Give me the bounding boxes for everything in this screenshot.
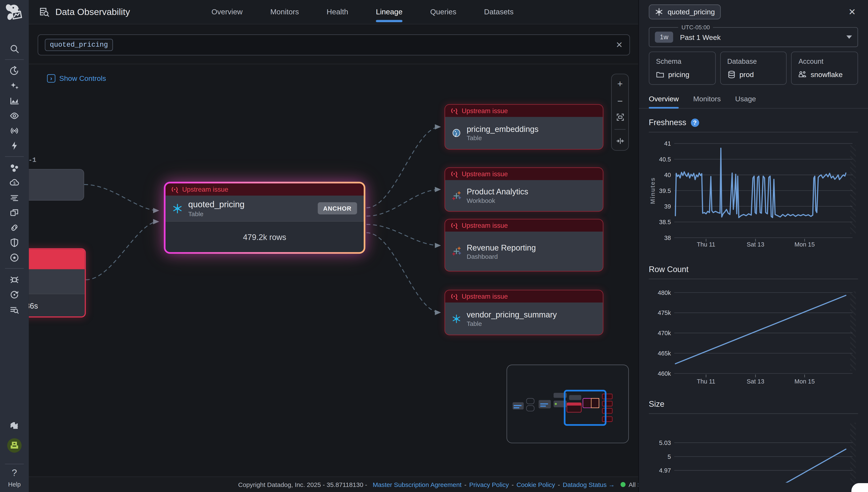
- upstream-issue-icon: [171, 186, 178, 193]
- metrics-icon[interactable]: [4, 93, 24, 108]
- fit-to-screen-button[interactable]: [612, 113, 628, 121]
- cloud-cost-icon[interactable]: $: [4, 175, 24, 190]
- anchor-node-quoted-pricing[interactable]: Upstream issue quoted_pricing Table ANCH…: [164, 182, 365, 254]
- issue-label: Upstream issue: [462, 107, 508, 115]
- tab-lineage[interactable]: Lineage: [376, 0, 402, 24]
- tab-monitors[interactable]: Monitors: [270, 0, 299, 24]
- svg-text:$: $: [13, 180, 16, 185]
- upstream-node-partial[interactable]: [29, 169, 84, 201]
- dashboards-glyph: [9, 207, 19, 217]
- node-issue-header: [29, 249, 85, 269]
- cloud-cost-glyph: $: [9, 177, 19, 188]
- panel-tab-monitors[interactable]: Monitors: [693, 95, 721, 108]
- minimap[interactable]: [506, 365, 629, 443]
- link-master-subscription[interactable]: Master Subscription Agreement: [373, 481, 462, 488]
- watchdog-icon[interactable]: [4, 108, 24, 123]
- zoom-in-button[interactable]: +: [612, 79, 628, 89]
- security-icon[interactable]: [4, 235, 24, 250]
- chart-edge-hatch: [850, 291, 856, 371]
- clear-search-icon[interactable]: ✕: [616, 40, 623, 50]
- dataset-chip[interactable]: quoted_pricing: [649, 4, 721, 19]
- software-delivery-icon[interactable]: [4, 287, 24, 302]
- anchor-body: quoted_pricing Table ANCHOR: [165, 196, 364, 221]
- svg-text:Thu 11: Thu 11: [697, 241, 715, 248]
- link-privacy-policy[interactable]: Privacy Policy: [469, 481, 509, 488]
- svg-text:Sat 13: Sat 13: [747, 378, 764, 385]
- panel-tabs: Overview Monitors Usage: [639, 95, 868, 109]
- node-issue-header: Upstream issue: [445, 168, 603, 180]
- tab-datasets[interactable]: Datasets: [484, 0, 514, 24]
- schema-card[interactable]: Schema pricing: [649, 51, 716, 85]
- datadog-app: $: [0, 0, 868, 492]
- infrastructure-icon[interactable]: [4, 160, 24, 175]
- upstream-issue-icon: [451, 107, 458, 115]
- anchor-title: quoted_pricing: [188, 199, 245, 210]
- size-chart-svg: 4.9755.03: [649, 417, 857, 483]
- history-icon[interactable]: [4, 63, 24, 78]
- events-icon[interactable]: [4, 138, 24, 153]
- lineage-search-input[interactable]: quoted_pricing ✕: [38, 34, 630, 55]
- svg-text:41: 41: [664, 140, 671, 147]
- svg-text:40: 40: [664, 172, 671, 178]
- node-vendor-pricing-summary[interactable]: Upstream issue vendor_pricing_summary Ta…: [445, 290, 603, 335]
- tableau-icon: [452, 191, 461, 200]
- history-glyph: [9, 66, 19, 76]
- svg-text:5: 5: [667, 453, 671, 460]
- time-range-selector[interactable]: UTC-05:00 1w Past 1 Week: [649, 27, 858, 47]
- log-search-icon[interactable]: [4, 302, 24, 317]
- upstream-issue-node-partial[interactable]: vg: 50.36s: [29, 248, 86, 317]
- service-management-icon[interactable]: [4, 250, 24, 265]
- integrations-icon[interactable]: [4, 418, 24, 433]
- tableau-icon: [452, 247, 461, 256]
- link-datadog-status[interactable]: Datadog Status →: [563, 481, 615, 488]
- node-pricing-embeddings[interactable]: Upstream issue pricing_embeddings Table: [445, 104, 603, 150]
- svg-text:475k: 475k: [658, 310, 671, 316]
- range-label: Past 1 Week: [680, 33, 720, 41]
- tab-overview[interactable]: Overview: [212, 0, 243, 24]
- account-card[interactable]: Account snowflake: [791, 51, 858, 85]
- node-revenue-reporting[interactable]: Upstream issue Revenue Reporting Dashboa…: [445, 219, 603, 271]
- collapse-button[interactable]: [612, 137, 628, 145]
- database-icon: [727, 70, 735, 78]
- copyright-text: Copyright Datadog, Inc. 2025 - 35.871181…: [238, 481, 367, 488]
- schema-value: pricing: [668, 70, 689, 78]
- data-observability-icon: [39, 6, 50, 18]
- zoom-out-button[interactable]: −: [612, 96, 628, 105]
- dashboards-icon[interactable]: [4, 205, 24, 220]
- apm-icon[interactable]: [4, 220, 24, 235]
- link-cookie-policy[interactable]: Cookie Policy: [517, 481, 555, 488]
- user-avatar-glyph: [9, 441, 19, 450]
- upstream-issue-icon: [451, 293, 458, 300]
- ai-sparkles-icon[interactable]: [4, 78, 24, 93]
- tab-health[interactable]: Health: [327, 0, 348, 24]
- section-divider: [649, 132, 858, 132]
- chevron-down-icon: [846, 35, 852, 39]
- node-product-analytics[interactable]: Upstream issue Product Analytics Workboo…: [445, 167, 603, 212]
- issue-label: Upstream issue: [462, 293, 508, 300]
- search-icon[interactable]: [4, 41, 24, 56]
- svg-text:Mon 15: Mon 15: [794, 241, 815, 248]
- freshness-chart-svg: 3838.53939.54040.541Thu 11Sat 13Mon 15Mi…: [649, 136, 857, 253]
- help-button[interactable]: ? Help: [8, 468, 21, 488]
- watchdog-glyph: [9, 110, 19, 121]
- logs-icon[interactable]: [4, 190, 24, 205]
- tab-queries[interactable]: Queries: [430, 0, 456, 24]
- node-type: Table: [467, 135, 538, 141]
- database-card[interactable]: Database prod: [720, 51, 787, 85]
- database-value: prod: [739, 70, 754, 78]
- data-streams-icon[interactable]: [4, 123, 24, 138]
- close-panel-icon[interactable]: ✕: [848, 7, 856, 17]
- datadog-logo-icon[interactable]: [3, 1, 26, 26]
- search-query-tag[interactable]: quoted_pricing: [45, 39, 113, 51]
- metrics-glyph: [9, 96, 19, 105]
- freshness-help-icon[interactable]: ?: [691, 118, 699, 126]
- error-tracking-icon[interactable]: [4, 272, 24, 287]
- user-avatar[interactable]: [7, 438, 22, 452]
- panel-tab-usage[interactable]: Usage: [735, 95, 756, 108]
- show-controls-button[interactable]: › Show Controls: [47, 74, 106, 82]
- datadog-dog-glyph: [3, 2, 26, 24]
- show-controls-icon: ›: [47, 74, 55, 82]
- svg-text:Mon 15: Mon 15: [794, 378, 815, 385]
- panel-tab-overview[interactable]: Overview: [649, 95, 679, 108]
- svg-text:39: 39: [664, 203, 671, 210]
